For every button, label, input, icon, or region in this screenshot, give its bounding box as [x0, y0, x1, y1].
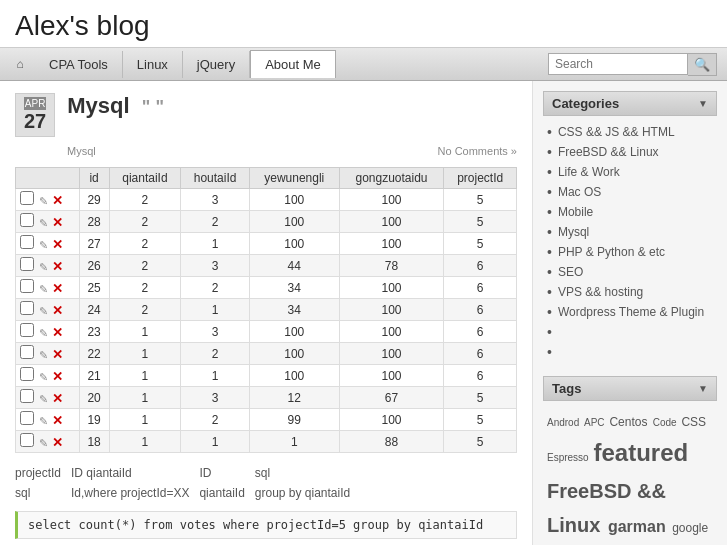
edit-icon[interactable]: ✎	[39, 305, 48, 317]
tag-link[interactable]: Androd	[547, 417, 582, 428]
search-input[interactable]	[548, 53, 688, 75]
row-checkbox[interactable]	[20, 279, 34, 293]
cat-link[interactable]: Mac OS	[558, 185, 601, 199]
cell-id: 27	[79, 233, 109, 255]
list-item: SEO	[547, 262, 713, 282]
cell-yewunengli: 100	[249, 321, 339, 343]
tag-link[interactable]: APC	[584, 417, 607, 428]
edit-icon[interactable]: ✎	[39, 195, 48, 207]
edit-icon[interactable]: ✎	[39, 283, 48, 295]
cat-link[interactable]: FreeBSD && Linux	[558, 145, 659, 159]
nav-cpa-tools[interactable]: CPA Tools	[35, 51, 123, 78]
cell-gongzuotaidu: 100	[339, 299, 444, 321]
delete-icon[interactable]: ✕	[52, 237, 63, 252]
post-subtitle: Mysql No Comments »	[15, 145, 517, 157]
table-row: ✎ ✕ 18 1 1 1 88 5	[16, 431, 517, 453]
qi-sql-label2: sql	[15, 483, 71, 503]
table-row: ✎ ✕ 29 2 3 100 100 5	[16, 189, 517, 211]
cell-yewunengli: 100	[249, 365, 339, 387]
nav-linux[interactable]: Linux	[123, 51, 183, 78]
edit-icon[interactable]: ✎	[39, 415, 48, 427]
row-checkbox[interactable]	[20, 367, 34, 381]
cat-link[interactable]: VPS && hosting	[558, 285, 643, 299]
delete-icon[interactable]: ✕	[52, 369, 63, 384]
delete-icon[interactable]: ✕	[52, 281, 63, 296]
delete-icon[interactable]: ✕	[52, 193, 63, 208]
cell-id: 26	[79, 255, 109, 277]
row-checkbox[interactable]	[20, 213, 34, 227]
cat-link[interactable]: SEO	[558, 265, 583, 279]
tag-link[interactable]: CSS	[681, 415, 706, 429]
cat-link[interactable]	[558, 345, 561, 359]
edit-icon[interactable]: ✎	[39, 437, 48, 449]
cat-link[interactable]	[558, 325, 561, 339]
tag-link[interactable]: google	[672, 521, 708, 535]
home-icon[interactable]: ⌂	[10, 54, 30, 74]
row-checkbox[interactable]	[20, 411, 34, 425]
delete-icon[interactable]: ✕	[52, 303, 63, 318]
cat-link[interactable]: Mobile	[558, 205, 593, 219]
qi-id-where-label: Id,where projectId=XX	[71, 483, 199, 503]
delete-icon[interactable]: ✕	[52, 391, 63, 406]
row-checkbox[interactable]	[20, 433, 34, 447]
tag-link[interactable]: Centos	[609, 415, 650, 429]
row-checkbox[interactable]	[20, 345, 34, 359]
blog-title: Alex's blog	[15, 10, 712, 42]
cell-projectid: 5	[444, 189, 517, 211]
post-title: Mysql " "	[67, 93, 164, 119]
tag-link[interactable]: featured	[593, 439, 688, 466]
delete-icon[interactable]: ✕	[52, 413, 63, 428]
post-comments[interactable]: No Comments »	[438, 145, 517, 157]
nav-about-me[interactable]: About Me	[250, 50, 336, 78]
cat-link[interactable]: Wordpress Theme & Plugin	[558, 305, 704, 319]
cell-yewunengli: 12	[249, 387, 339, 409]
edit-icon[interactable]: ✎	[39, 217, 48, 229]
row-checkbox[interactable]	[20, 323, 34, 337]
delete-icon[interactable]: ✕	[52, 435, 63, 450]
delete-icon[interactable]: ✕	[52, 347, 63, 362]
delete-icon[interactable]: ✕	[52, 215, 63, 230]
list-item: VPS && hosting	[547, 282, 713, 302]
delete-icon[interactable]: ✕	[52, 325, 63, 340]
search-button[interactable]: 🔍	[688, 53, 717, 76]
cell-houtaiid: 1	[181, 365, 250, 387]
cell-gongzuotaidu: 100	[339, 409, 444, 431]
cell-qiantaiid: 2	[109, 299, 181, 321]
cat-link[interactable]: PHP & Python & etc	[558, 245, 665, 259]
qi-qiantaiid-label2: qiantaiId	[199, 483, 254, 503]
cat-link[interactable]: CSS && JS && HTML	[558, 125, 675, 139]
cell-gongzuotaidu: 67	[339, 387, 444, 409]
tag-link[interactable]: Espresso	[547, 452, 591, 463]
col-qiantaiid: qiantaiId	[109, 168, 181, 189]
edit-icon[interactable]: ✎	[39, 349, 48, 361]
col-check	[16, 168, 80, 189]
edit-icon[interactable]: ✎	[39, 327, 48, 339]
tag-link[interactable]: garman	[608, 518, 670, 535]
cell-projectid: 5	[444, 409, 517, 431]
edit-icon[interactable]: ✎	[39, 261, 48, 273]
tag-link[interactable]: Linux	[547, 514, 606, 536]
tag-link[interactable]: FreeBSD &&	[547, 480, 666, 502]
tags-section: Tags ▼ Androd APC Centos Code CSS Espres…	[543, 376, 717, 545]
cat-link[interactable]: Life & Work	[558, 165, 620, 179]
row-checkbox[interactable]	[20, 389, 34, 403]
cell-gongzuotaidu: 78	[339, 255, 444, 277]
row-checkbox[interactable]	[20, 235, 34, 249]
col-gongzuotaidu: gongzuotaidu	[339, 168, 444, 189]
row-checkbox[interactable]	[20, 257, 34, 271]
cell-houtaiid: 3	[181, 189, 250, 211]
cell-projectid: 6	[444, 343, 517, 365]
edit-icon[interactable]: ✎	[39, 371, 48, 383]
cat-link[interactable]: Mysql	[558, 225, 589, 239]
delete-icon[interactable]: ✕	[52, 259, 63, 274]
tag-link[interactable]: Code	[653, 417, 680, 428]
edit-icon[interactable]: ✎	[39, 239, 48, 251]
row-checkbox[interactable]	[20, 191, 34, 205]
nav-jquery[interactable]: jQuery	[183, 51, 250, 78]
data-table: id qiantaiId houtaiId yewunengli gongzuo…	[15, 167, 517, 453]
cell-qiantaiid: 1	[109, 431, 181, 453]
edit-icon[interactable]: ✎	[39, 393, 48, 405]
row-checkbox[interactable]	[20, 301, 34, 315]
table-row: ✎ ✕ 20 1 3 12 67 5	[16, 387, 517, 409]
cell-id: 29	[79, 189, 109, 211]
